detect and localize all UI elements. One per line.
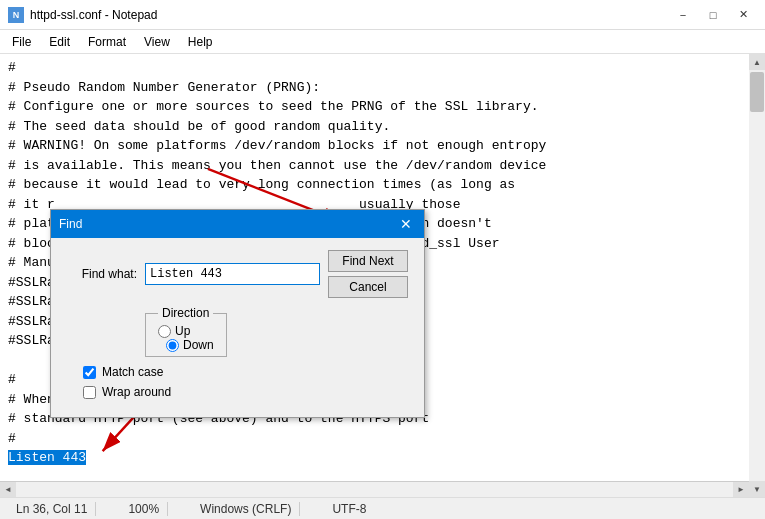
find-dialog-title-text: Find	[59, 217, 82, 231]
menu-edit[interactable]: Edit	[41, 33, 78, 51]
maximize-button[interactable]: □	[699, 6, 727, 24]
wrap-around-label: Wrap around	[102, 385, 171, 399]
find-what-input[interactable]	[145, 263, 320, 285]
find-dialog-body: Find what: Find Next Cancel Direction Up	[51, 238, 424, 417]
radio-up-label[interactable]: Up	[158, 324, 214, 338]
notepad-icon: N	[8, 7, 24, 23]
find-dialog: Find ✕ Find what: Find Next Cancel Direc…	[50, 209, 425, 418]
editor-container: # # Pseudo Random Number Generator (PRNG…	[0, 54, 765, 497]
scroll-down-arrow[interactable]: ▼	[749, 481, 765, 497]
find-dialog-title-bar: Find ✕	[51, 210, 424, 238]
title-bar: N httpd-ssl.conf - Notepad − □ ✕	[0, 0, 765, 30]
title-bar-left: N httpd-ssl.conf - Notepad	[8, 7, 157, 23]
menu-view[interactable]: View	[136, 33, 178, 51]
direction-group-wrapper: Direction Up Down	[145, 306, 408, 357]
find-dialog-close-button[interactable]: ✕	[396, 214, 416, 234]
minimize-button[interactable]: −	[669, 6, 697, 24]
wrap-around-row[interactable]: Wrap around	[83, 385, 408, 399]
find-next-button[interactable]: Find Next	[328, 250, 408, 272]
radio-up[interactable]	[158, 325, 171, 338]
menu-format[interactable]: Format	[80, 33, 134, 51]
find-what-label: Find what:	[67, 267, 137, 281]
scroll-left-arrow[interactable]: ◄	[0, 482, 16, 498]
menu-file[interactable]: File	[4, 33, 39, 51]
radio-up-text: Up	[175, 324, 190, 338]
direction-fieldset: Direction Up Down	[145, 306, 227, 357]
radio-down-label[interactable]: Down	[166, 338, 214, 352]
status-encoding: UTF-8	[324, 502, 374, 516]
highlighted-text: Listen 443	[8, 450, 86, 465]
scroll-up-arrow[interactable]: ▲	[749, 54, 765, 70]
match-case-checkbox[interactable]	[83, 366, 96, 379]
scroll-right-arrow[interactable]: ►	[733, 482, 749, 498]
match-case-row[interactable]: Match case	[83, 365, 408, 379]
match-case-label: Match case	[102, 365, 163, 379]
cancel-button[interactable]: Cancel	[328, 276, 408, 298]
status-zoom: 100%	[120, 502, 168, 516]
menu-bar: File Edit Format View Help	[0, 30, 765, 54]
find-what-row: Find what: Find Next Cancel	[67, 250, 408, 298]
wrap-around-checkbox[interactable]	[83, 386, 96, 399]
window-controls: − □ ✕	[669, 6, 757, 24]
scroll-thumb[interactable]	[750, 72, 764, 112]
radio-down[interactable]	[166, 339, 179, 352]
scrollbar-bottom[interactable]: ◄ ►	[0, 481, 749, 497]
status-line-col: Ln 36, Col 11	[8, 502, 96, 516]
direction-legend: Direction	[158, 306, 213, 320]
menu-help[interactable]: Help	[180, 33, 221, 51]
status-line-ending: Windows (CRLF)	[192, 502, 300, 516]
close-button[interactable]: ✕	[729, 6, 757, 24]
radio-down-text: Down	[183, 338, 214, 352]
scrollbar-right[interactable]: ▲ ▼	[749, 54, 765, 497]
status-bar: Ln 36, Col 11 100% Windows (CRLF) UTF-8	[0, 497, 765, 519]
window-title: httpd-ssl.conf - Notepad	[30, 8, 157, 22]
